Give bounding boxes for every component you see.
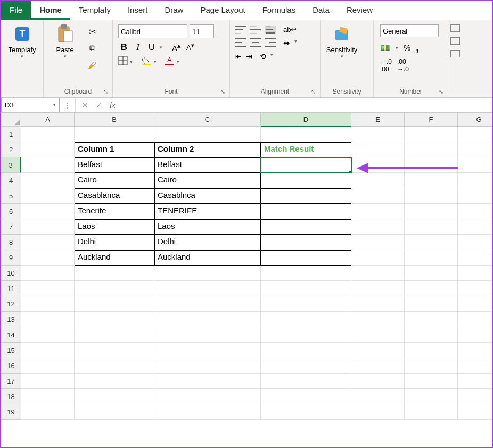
cell-D11[interactable]: [261, 281, 351, 296]
cell-A2[interactable]: [21, 142, 75, 157]
overflow-item-3[interactable]: [450, 50, 460, 57]
cell-G2[interactable]: [458, 142, 493, 157]
alignment-launcher[interactable]: ⤡: [311, 88, 316, 95]
cell-G16[interactable]: [458, 358, 493, 374]
cell-E13[interactable]: [351, 312, 405, 327]
tab-page-layout[interactable]: Page Layout: [192, 1, 253, 20]
col-header-F[interactable]: F: [405, 113, 458, 127]
cell-B10[interactable]: [75, 266, 154, 281]
cell-E11[interactable]: [351, 281, 405, 296]
cell-D7[interactable]: [261, 219, 351, 235]
row-header-15[interactable]: 15: [1, 343, 21, 358]
cell-B5[interactable]: Casablanca: [75, 188, 154, 204]
cell-D12[interactable]: [261, 296, 351, 312]
row-header-12[interactable]: 12: [1, 296, 21, 312]
tab-formulas[interactable]: Formulas: [254, 1, 305, 20]
cell-G6[interactable]: [458, 204, 493, 219]
cell-E4[interactable]: [351, 173, 405, 188]
align-top-button[interactable]: [235, 26, 246, 34]
font-launcher[interactable]: ⤡: [220, 88, 225, 95]
row-header-13[interactable]: 13: [1, 312, 21, 327]
select-all-corner[interactable]: [1, 113, 21, 127]
tab-home[interactable]: Home: [31, 1, 70, 20]
cell-F17[interactable]: [405, 374, 458, 389]
cell-G13[interactable]: [458, 312, 493, 327]
cell-C13[interactable]: [154, 312, 261, 327]
cell-F15[interactable]: [405, 343, 458, 358]
underline-button[interactable]: U: [146, 42, 158, 53]
tab-data[interactable]: Data: [304, 1, 338, 20]
cell-G12[interactable]: [458, 296, 493, 312]
decrease-decimal-button[interactable]: .00→.0: [397, 58, 409, 73]
percent-button[interactable]: %: [404, 43, 410, 52]
borders-button[interactable]: [118, 56, 128, 67]
cell-D19[interactable]: [261, 404, 351, 420]
tab-insert[interactable]: Insert: [119, 1, 157, 20]
cell-B3[interactable]: Belfast: [75, 157, 154, 173]
cell-E19[interactable]: [351, 404, 405, 420]
cell-C7[interactable]: Laos: [154, 219, 261, 235]
cancel-formula-button[interactable]: ✕: [82, 101, 88, 110]
sensitivity-button[interactable]: Sensitivity ▾: [325, 22, 359, 61]
col-header-D[interactable]: D: [261, 113, 351, 127]
cell-A13[interactable]: [21, 312, 75, 327]
cell-C8[interactable]: Delhi: [154, 235, 261, 250]
cell-C10[interactable]: [154, 266, 261, 281]
align-center-button[interactable]: [250, 38, 261, 47]
cell-B2[interactable]: Column 1: [75, 142, 154, 157]
cell-C1[interactable]: [154, 127, 261, 142]
cell-E14[interactable]: [351, 327, 405, 343]
cell-E5[interactable]: [351, 188, 405, 204]
cell-A17[interactable]: [21, 374, 75, 389]
cell-D10[interactable]: [261, 266, 351, 281]
align-left-button[interactable]: [235, 38, 246, 47]
cell-B11[interactable]: [75, 281, 154, 296]
col-header-B[interactable]: B: [75, 113, 154, 127]
cell-G7[interactable]: [458, 219, 493, 235]
cell-D5[interactable]: [261, 188, 351, 204]
cell-C17[interactable]: [154, 374, 261, 389]
cell-C12[interactable]: [154, 296, 261, 312]
cell-D6[interactable]: [261, 204, 351, 219]
number-format-select[interactable]: [380, 24, 439, 37]
cell-A9[interactable]: [21, 250, 75, 266]
cell-A5[interactable]: [21, 188, 75, 204]
row-header-7[interactable]: 7: [1, 219, 21, 235]
cell-G18[interactable]: [458, 389, 493, 404]
cell-C16[interactable]: [154, 358, 261, 374]
row-header-19[interactable]: 19: [1, 404, 21, 420]
enter-formula-button[interactable]: ✓: [96, 101, 102, 110]
cell-E9[interactable]: [351, 250, 405, 266]
row-header-2[interactable]: 2: [1, 142, 21, 157]
font-name-select[interactable]: [118, 24, 187, 38]
row-header-11[interactable]: 11: [1, 281, 21, 296]
increase-decimal-button[interactable]: ←.0.00: [380, 58, 392, 73]
tab-file[interactable]: File: [1, 1, 31, 20]
cell-B1[interactable]: [75, 127, 154, 142]
cell-B14[interactable]: [75, 327, 154, 343]
cell-C3[interactable]: Belfast: [154, 157, 261, 173]
currency-button[interactable]: 💵: [380, 43, 390, 53]
cell-F12[interactable]: [405, 296, 458, 312]
cell-E15[interactable]: [351, 343, 405, 358]
cell-E6[interactable]: [351, 204, 405, 219]
align-middle-button[interactable]: [250, 26, 261, 34]
cell-D3[interactable]: [261, 157, 351, 173]
cell-F10[interactable]: [405, 266, 458, 281]
cell-F11[interactable]: [405, 281, 458, 296]
cell-B17[interactable]: [75, 374, 154, 389]
tab-draw[interactable]: Draw: [156, 1, 192, 20]
cell-A3[interactable]: [21, 157, 75, 173]
cell-A11[interactable]: [21, 281, 75, 296]
cell-D16[interactable]: [261, 358, 351, 374]
cut-button[interactable]: ✂: [85, 24, 99, 38]
cell-F7[interactable]: [405, 219, 458, 235]
cell-G10[interactable]: [458, 266, 493, 281]
row-header-6[interactable]: 6: [1, 204, 21, 219]
orientation-button[interactable]: ⟲: [260, 52, 266, 61]
cell-F3[interactable]: [405, 157, 458, 173]
cell-E1[interactable]: [351, 127, 405, 142]
cell-D4[interactable]: [261, 173, 351, 188]
cell-G19[interactable]: [458, 404, 493, 420]
cell-B15[interactable]: [75, 343, 154, 358]
